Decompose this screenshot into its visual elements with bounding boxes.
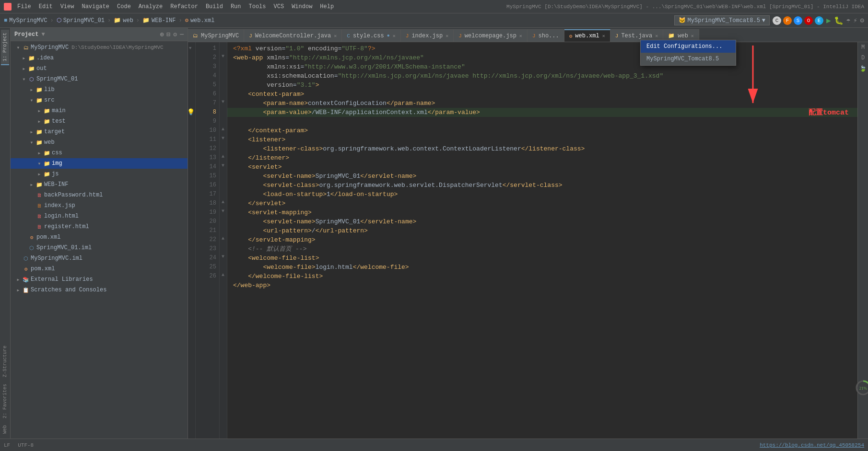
panel-hide-btn[interactable]: — [180, 31, 184, 38]
menu-view[interactable]: View [60, 3, 74, 10]
menu-help[interactable]: Help [320, 3, 334, 10]
settings-button[interactable]: ⚙ [860, 16, 864, 24]
expand-arrow-idea[interactable]: ▶ [21, 55, 27, 61]
run-button[interactable]: ▶ [826, 16, 831, 25]
expand-arrow-js[interactable]: ▶ [36, 171, 42, 177]
menu-build[interactable]: Build [206, 3, 223, 10]
tree-item-indexjsp[interactable]: 🗎 index.jsp [11, 200, 188, 211]
tree-item-js[interactable]: ▶ 📁 js [11, 169, 188, 179]
menu-code[interactable]: Code [117, 3, 131, 10]
expand-arrow[interactable]: ▼ [15, 45, 21, 50]
tab-sho[interactable]: J sho... [528, 29, 564, 42]
tree-item-out[interactable]: ▶ 📁 out [11, 63, 188, 74]
sidebar-tab-favorites[interactable]: 2: Favorites [1, 381, 9, 421]
firefox-icon[interactable]: F [783, 16, 792, 25]
debug-button[interactable]: 🐛 [834, 16, 844, 25]
dropdown-item-tomcat[interactable]: MySpringMVC_Tomcat8.5 [641, 53, 736, 65]
tab-welcomecontroller[interactable]: J WelcomeController.java ✕ [244, 29, 342, 42]
safari-icon[interactable]: S [794, 16, 802, 25]
code-editor[interactable]: <?xml version="1.0" encoding="UTF-8"?> <… [227, 42, 857, 439]
tree-item-scratches[interactable]: ▶ 📋 Scratches and Consoles [11, 285, 188, 295]
maven-icon[interactable]: M [861, 44, 865, 51]
tree-item-loginhtml[interactable]: 🗎 login.html [11, 211, 188, 221]
tree-item-main[interactable]: ▶ 📁 main [11, 105, 188, 116]
menu-analyze[interactable]: Analyze [139, 3, 163, 10]
expand-arrow-extlibs[interactable]: ▶ [15, 277, 21, 282]
menu-edit[interactable]: Edit [39, 3, 53, 10]
menu-bar[interactable]: File Edit View Navigate Code Analyze Ref… [17, 3, 334, 10]
tab-close-testjava[interactable]: ✕ [655, 33, 658, 39]
tab-webxml[interactable]: ⚙ web.xml ✕ [564, 29, 610, 42]
tab-close-web[interactable]: ✕ [691, 33, 694, 39]
tree-item-registerhtml[interactable]: 🗎 register.html [11, 221, 188, 232]
profile-button[interactable]: ⚡ [853, 16, 857, 24]
expand-arrow-css[interactable]: ▶ [36, 150, 42, 156]
menu-navigate[interactable]: Navigate [82, 3, 109, 10]
panel-dropdown-icon[interactable]: ▼ [41, 31, 45, 38]
chrome-icon[interactable]: C [773, 16, 781, 25]
tree-item-src[interactable]: ▼ 📁 src [11, 95, 188, 105]
menu-vcs[interactable]: VCS [274, 3, 284, 10]
tree-item-backpassword[interactable]: 🗎 backPassword.html [11, 190, 188, 200]
opera-icon[interactable]: O [804, 16, 813, 25]
dropdown-item-edit-config[interactable]: Edit Configurations... [641, 40, 736, 53]
expand-arrow-target[interactable]: ▶ [29, 129, 35, 135]
expand-arrow-src[interactable]: ▼ [29, 97, 35, 103]
tab-close-webxml[interactable]: ✕ [602, 33, 605, 39]
database-icon[interactable]: D [861, 55, 865, 61]
ie-icon[interactable]: E [815, 16, 823, 25]
tree-item-extlibs[interactable]: ▶ 📚 External Libraries [11, 274, 188, 285]
sidebar-tab-web[interactable]: Web [1, 422, 9, 437]
expand-arrow-test[interactable]: ▶ [36, 118, 42, 124]
panel-collapse-btn[interactable]: ⊟ [167, 31, 171, 38]
tree-item-lib[interactable]: ▶ 📁 lib [11, 84, 188, 95]
expand-arrow-main[interactable]: ▶ [36, 108, 42, 114]
breadcrumb-webxml[interactable]: ⚙ web.xml [185, 17, 215, 24]
sidebar-tab-structure[interactable]: Z-Structure [1, 343, 9, 380]
breadcrumb-project[interactable]: ■ MySpringMVC [4, 17, 47, 24]
menu-run[interactable]: Run [231, 3, 241, 10]
tree-item-idea[interactable]: ▶ 📁 .idea [11, 53, 188, 63]
coverage-button[interactable]: ☂ [846, 16, 850, 24]
tab-myspringmvc[interactable]: 🗂 MySpringMVC [188, 29, 244, 42]
tree-item-springmvc01[interactable]: ▼ ⬡ SpringMVC_01 [11, 74, 188, 84]
config-dropdown[interactable]: 🐱 MySpringMVC_Tomcat8.5 ▼ [674, 15, 770, 25]
tree-item-target[interactable]: ▶ 📁 target [11, 127, 188, 137]
tree-item-test[interactable]: ▶ 📁 test [11, 116, 188, 127]
expand-arrow-webinf[interactable]: ▶ [29, 182, 35, 187]
breadcrumb-webinf[interactable]: 📁 WEB-INF [142, 17, 176, 24]
menu-refactor[interactable]: Refactor [170, 3, 198, 10]
breadcrumb-springmvc01[interactable]: ⬡ SpringMVC_01 [57, 17, 105, 24]
expand-arrow-scratches[interactable]: ▶ [15, 287, 21, 293]
tab-close-stylecss[interactable]: ✕ [393, 33, 396, 39]
expand-arrow-web[interactable]: ▼ [29, 139, 35, 145]
tab-stylecss[interactable]: C style.css ● ✕ [342, 29, 400, 42]
expand-arrow-img[interactable]: ▼ [36, 161, 42, 166]
tab-indexjsp[interactable]: J index.jsp ✕ [401, 29, 454, 42]
expand-arrow-springmvc01[interactable]: ▼ [21, 76, 27, 82]
sidebar-tab-project[interactable]: 1: Project [1, 30, 9, 65]
bulb-icon[interactable]: 💡 [188, 108, 195, 117]
expand-arrow-out[interactable]: ▶ [21, 66, 27, 71]
tree-item-web[interactable]: ▼ 📁 web [11, 137, 188, 148]
status-url[interactable]: https://blog.csdn.net/qq_45058254 [760, 442, 864, 448]
menu-window[interactable]: Window [292, 3, 312, 10]
menu-file[interactable]: File [17, 3, 31, 10]
menu-tools[interactable]: Tools [249, 3, 266, 10]
tree-item-pomxml[interactable]: ⚙ pom.xml [11, 232, 188, 243]
tree-item-css[interactable]: ▶ 📁 css [11, 148, 188, 158]
expand-arrow-lib[interactable]: ▶ [29, 87, 35, 93]
tree-item-webinf[interactable]: ▶ 📁 WEB-INF [11, 179, 188, 190]
tree-item-myspringmvciml[interactable]: ⬡ MySpringMVC.iml [11, 253, 188, 264]
panel-settings-btn[interactable]: ⚙ [173, 31, 177, 38]
breadcrumb-web[interactable]: 📁 web [114, 17, 133, 24]
tree-item-springmvc01iml[interactable]: ⬡ SpringMVC_01.iml [11, 243, 188, 253]
panel-locate-btn[interactable]: ⊕ [160, 31, 164, 38]
tab-welcomepagejsp[interactable]: J welcomepage.jsp ✕ [454, 29, 528, 42]
tree-item-img[interactable]: ▼ 📁 img [11, 158, 188, 169]
tree-item-rootpomxml[interactable]: ⚙ pom.xml [11, 264, 188, 274]
tab-close-indexjsp[interactable]: ✕ [446, 33, 448, 39]
tab-close-welcomepagejsp[interactable]: ✕ [519, 33, 522, 39]
tab-close-welcomecontroller[interactable]: ✕ [334, 33, 337, 39]
spring-icon[interactable]: 🍃 [859, 65, 867, 72]
